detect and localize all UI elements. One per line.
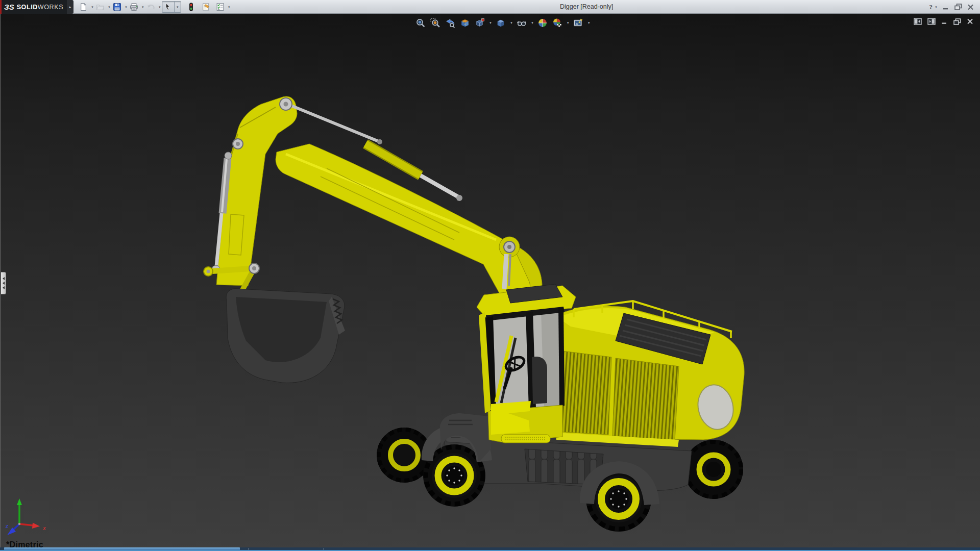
excavator-cab[interactable] <box>477 284 576 443</box>
view-orientation-button[interactable] <box>474 17 486 29</box>
undo-icon <box>146 3 155 11</box>
excavator-rear-right-wheel[interactable] <box>684 440 743 499</box>
previous-view-button[interactable] <box>444 17 456 29</box>
statusbar-separator <box>324 548 324 550</box>
close-button[interactable] <box>967 4 974 10</box>
open-folder-icon <box>96 3 105 11</box>
menu-flyout-arrow[interactable]: ▸ <box>67 0 74 14</box>
save-button[interactable] <box>111 1 123 13</box>
zoom-to-area-icon <box>430 18 440 28</box>
triad-z-label: z <box>5 522 8 530</box>
dropdown-arrow-icon[interactable]: ▼ <box>141 6 144 9</box>
document-title: Digger [Read-only] <box>560 3 613 10</box>
brand-name-bold: SOLID <box>17 4 38 11</box>
options-checklist-icon <box>216 3 225 11</box>
excavator-boom[interactable] <box>204 96 530 302</box>
view-settings-button[interactable] <box>572 17 584 29</box>
3ds-logo-glyph: ЗS <box>4 3 14 11</box>
excavator-bucket[interactable] <box>226 289 345 383</box>
excavator-engine-body[interactable] <box>551 301 744 447</box>
help-dropdown-arrow-icon[interactable]: ▼ <box>935 6 938 9</box>
open-button[interactable] <box>94 1 106 13</box>
collapsed-panel-tab[interactable] <box>1 272 6 294</box>
dropdown-arrow-icon[interactable]: ▼ <box>228 6 231 9</box>
minimize-button[interactable] <box>943 4 949 10</box>
new-document-button[interactable] <box>78 1 89 13</box>
select-cursor-icon <box>163 3 172 11</box>
select-tool-button[interactable] <box>162 2 173 12</box>
statusbar-sliver <box>0 547 980 551</box>
dropdown-arrow-icon[interactable]: ▼ <box>531 21 534 24</box>
save-icon <box>113 3 121 11</box>
file-properties-button[interactable] <box>200 1 212 13</box>
dropdown-arrow-icon[interactable]: ▼ <box>567 21 570 24</box>
logo-accent <box>0 0 2 14</box>
checkered-flag <box>557 24 561 27</box>
previous-view-icon <box>445 18 455 28</box>
undo-button[interactable] <box>145 1 157 13</box>
document-window-controls <box>914 18 973 25</box>
select-tool-group: ▼ <box>162 1 181 13</box>
help-button[interactable]: ? <box>929 3 933 11</box>
viewport-restore-button[interactable] <box>953 18 961 25</box>
file-properties-icon <box>202 3 210 11</box>
hide-show-items-button[interactable] <box>516 17 528 29</box>
main-toolbar: ▼ ▼ ▼ ▼ <box>78 0 231 14</box>
collapse-left-pane-button[interactable] <box>914 18 922 25</box>
apply-scene-button[interactable] <box>551 17 564 29</box>
options-button[interactable] <box>214 1 226 13</box>
dropdown-arrow-icon[interactable]: ▼ <box>158 6 161 9</box>
view-orientation-icon <box>475 18 485 28</box>
edit-appearance-button[interactable] <box>536 17 549 29</box>
headsup-view-toolbar: ▼ ▼ ▼ <box>414 17 591 29</box>
dropdown-arrow-icon[interactable]: ▼ <box>174 2 181 12</box>
zoom-to-area-button[interactable] <box>429 17 442 29</box>
new-document-icon <box>79 3 88 11</box>
dropdown-arrow-icon[interactable]: ▼ <box>125 6 128 9</box>
triad-x-label: x <box>42 524 46 532</box>
display-style-button[interactable] <box>495 17 507 29</box>
dropdown-arrow-icon[interactable]: ▼ <box>587 21 591 24</box>
brand-name: SOLIDWORKS <box>17 4 63 11</box>
dropdown-arrow-icon[interactable]: ▼ <box>489 21 492 24</box>
expand-right-pane-button[interactable] <box>927 18 936 25</box>
print-icon <box>130 3 138 11</box>
hide-show-items-glasses-icon <box>517 18 527 28</box>
traffic-light-icon <box>187 3 195 11</box>
view-settings-icon <box>573 18 583 28</box>
restore-button[interactable] <box>954 4 962 10</box>
titlebar: ЗS SOLIDWORKS ▸ ▼ ▼ ▼ <box>0 0 980 14</box>
solidworks-logo: ЗS SOLIDWORKS <box>0 0 67 14</box>
viewport-close-button[interactable] <box>967 18 973 24</box>
graphics-area[interactable]: ▼ ▼ ▼ <box>0 14 980 551</box>
print-button[interactable] <box>128 1 140 13</box>
statusbar-separator <box>249 548 249 550</box>
chevron-left-icon <box>3 277 5 280</box>
statusbar-selection-segment <box>4 547 240 551</box>
zoom-to-fit-icon <box>415 18 426 28</box>
dropdown-arrow-icon[interactable]: ▼ <box>108 6 111 9</box>
section-view-icon <box>460 18 470 28</box>
titlebar-controls: ? ▼ <box>929 0 974 14</box>
chevron-left-icon <box>3 282 5 285</box>
display-style-icon <box>496 18 506 28</box>
dropdown-arrow-icon[interactable]: ▼ <box>91 6 94 9</box>
edit-appearance-ball-icon <box>537 18 548 28</box>
apply-scene-icon <box>552 18 562 28</box>
chevron-left-icon <box>3 286 5 289</box>
traffic-light-button[interactable] <box>185 1 197 13</box>
model-canvas[interactable] <box>0 14 980 551</box>
dropdown-arrow-icon[interactable]: ▼ <box>510 21 513 24</box>
brand-name-light: WORKS <box>38 4 63 11</box>
viewport-minimize-button[interactable] <box>941 18 948 24</box>
section-view-button[interactable] <box>459 17 471 29</box>
chevron-right-icon: ▸ <box>69 5 71 9</box>
zoom-to-fit-button[interactable] <box>414 17 427 29</box>
